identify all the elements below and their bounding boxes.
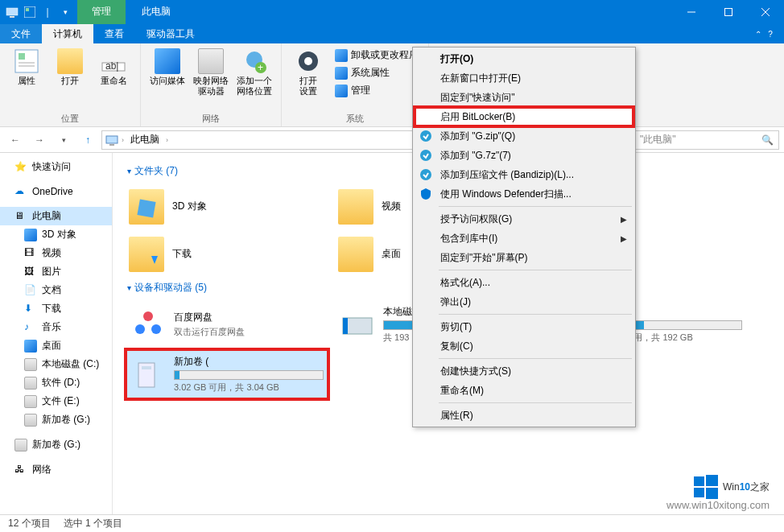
nav-pane[interactable]: ⭐快速访问 ☁OneDrive 🖥此电脑 3D 对象 🎞视频 🖼图片 📄文档 ⬇… xyxy=(0,153,113,532)
svg-text:+: + xyxy=(258,62,263,73)
nav-desktop[interactable]: 桌面 xyxy=(0,336,112,355)
svg-rect-21 xyxy=(137,199,155,217)
picture-icon: 🖼 xyxy=(24,266,37,278)
ctx-add-gzip[interactable]: 添加到 "G.zip"(Q) xyxy=(415,126,633,146)
tab-view[interactable]: 查看 xyxy=(93,24,135,43)
ctx-grant-access[interactable]: 授予访问权限(G)▶ xyxy=(415,209,633,229)
minimize-button[interactable] xyxy=(673,0,710,24)
qat-dropdown-icon[interactable]: ▾ xyxy=(58,5,72,19)
ctx-create-shortcut[interactable]: 创建快捷方式(S) xyxy=(415,361,633,381)
properties-button[interactable]: 属性 xyxy=(6,47,47,111)
system-properties-button[interactable]: 系统属性 xyxy=(332,64,422,81)
document-icon: 📄 xyxy=(24,284,37,297)
nav-drive-d[interactable]: 软件 (D:) xyxy=(0,373,112,392)
ctx-separator xyxy=(439,314,632,315)
nav-videos[interactable]: 🎞视频 xyxy=(0,244,112,262)
rename-button[interactable]: ab|重命名 xyxy=(93,47,134,111)
up-button[interactable]: ↑ xyxy=(77,130,98,151)
folder-3dobjects[interactable]: 3D 对象 xyxy=(127,184,320,229)
ctx-properties[interactable]: 属性(R) xyxy=(415,406,633,425)
nav-pictures[interactable]: 🖼图片 xyxy=(0,262,112,281)
recent-locations-button[interactable]: ▾ xyxy=(53,130,74,151)
svg-point-22 xyxy=(143,311,153,321)
nav-downloads[interactable]: ⬇下载 xyxy=(0,299,112,318)
tab-file[interactable]: 文件 xyxy=(0,24,42,43)
window-title: 此电脑 xyxy=(126,0,187,24)
add-network-location-button[interactable]: +添加一个 网络位置 xyxy=(234,47,274,111)
drive-icon xyxy=(14,439,27,452)
svg-rect-32 xyxy=(694,476,704,486)
drive-icon xyxy=(130,357,166,392)
nav-thispc[interactable]: 🖥此电脑 xyxy=(0,207,112,225)
ribbon-tabs: 文件 计算机 查看 驱动器工具 ⌃ ? xyxy=(0,24,784,43)
back-button[interactable]: ← xyxy=(5,130,26,151)
help-icon[interactable]: ? xyxy=(765,28,776,39)
nav-music[interactable]: ♪音乐 xyxy=(0,318,112,336)
ctx-cut[interactable]: 剪切(T) xyxy=(415,317,633,336)
watermark: Win10之家 www.win10xitong.com xyxy=(666,475,770,511)
nav-quick-access[interactable]: ⭐快速访问 xyxy=(0,158,112,176)
ctx-eject[interactable]: 弹出(J) xyxy=(415,292,633,311)
ctx-include-library[interactable]: 包含到库中(I)▶ xyxy=(415,229,633,248)
nav-3dobjects[interactable]: 3D 对象 xyxy=(0,225,112,244)
ctx-open[interactable]: 打开(O) xyxy=(415,49,633,68)
svg-rect-35 xyxy=(706,488,718,499)
cube-icon xyxy=(24,229,37,241)
nav-documents[interactable]: 📄文档 xyxy=(0,281,112,299)
folder-icon xyxy=(129,189,164,225)
nav-network[interactable]: 🖧网络 xyxy=(0,460,112,479)
ctx-pin-start[interactable]: 固定到"开始"屏幕(P) xyxy=(415,248,633,267)
ctx-copy[interactable]: 复制(C) xyxy=(415,336,633,356)
ctx-add-g7z[interactable]: 添加到 "G.7z"(7) xyxy=(415,146,633,165)
open-button[interactable]: 打开 xyxy=(50,47,90,111)
maximize-button[interactable] xyxy=(710,0,747,24)
search-input[interactable]: "此电脑" 🔍 xyxy=(634,130,779,150)
ctx-format[interactable]: 格式化(A)... xyxy=(415,273,633,292)
drive-icon xyxy=(24,377,37,390)
ctx-add-bandizip[interactable]: 添加到压缩文件 (Bandizip)(L)... xyxy=(415,165,633,184)
bandizip-icon xyxy=(419,130,432,142)
ctx-pin-quick-access[interactable]: 固定到"快速访问" xyxy=(415,88,633,107)
folder-downloads[interactable]: 下载 xyxy=(127,232,320,276)
windows-logo-icon xyxy=(694,475,718,499)
nav-onedrive[interactable]: ☁OneDrive xyxy=(0,183,112,200)
svg-point-29 xyxy=(420,130,431,142)
ribbon-group-network: 访问媒体 映射网络 驱动器 +添加一个 网络位置 网络 xyxy=(141,43,282,126)
crumb-thispc[interactable]: 此电脑 xyxy=(127,133,163,146)
ctx-defender-scan[interactable]: 使用 Windows Defender扫描... xyxy=(415,184,633,204)
open-settings-button[interactable]: 打开 设置 xyxy=(288,47,328,111)
pc-icon xyxy=(105,134,118,146)
drive-baidu[interactable]: 百度网盘双击运行百度网盘 xyxy=(127,301,327,348)
map-drive-button[interactable]: 映射网络 驱动器 xyxy=(191,47,231,111)
manage-button[interactable]: 管理 xyxy=(332,82,422,99)
nav-drive-g[interactable]: 新加卷 (G:) xyxy=(0,410,112,429)
address-bar: ← → ▾ ↑ › 此电脑 › "此电脑" 🔍 xyxy=(0,127,784,153)
contextual-tab-manage[interactable]: 管理 xyxy=(77,0,126,24)
svg-rect-26 xyxy=(343,318,348,334)
video-icon: 🎞 xyxy=(24,247,37,260)
properties-icon[interactable] xyxy=(23,5,37,19)
ctx-open-new-window[interactable]: 在新窗口中打开(E) xyxy=(415,68,633,88)
tab-computer[interactable]: 计算机 xyxy=(42,24,93,43)
bandizip-icon xyxy=(419,168,432,181)
close-button[interactable] xyxy=(747,0,784,24)
search-placeholder: "此电脑" xyxy=(640,133,761,146)
access-media-button[interactable]: 访问媒体 xyxy=(147,47,188,111)
svg-rect-34 xyxy=(694,488,704,497)
ctx-rename[interactable]: 重命名(M) xyxy=(415,381,633,400)
ctx-enable-bitlocker[interactable]: 启用 BitLocker(B) xyxy=(415,107,633,126)
bandizip-icon xyxy=(419,149,432,162)
forward-button[interactable]: → xyxy=(29,130,50,151)
nav-drive-c[interactable]: 本地磁盘 (C:) xyxy=(0,355,112,373)
ribbon-collapse-icon[interactable]: ⌃ xyxy=(755,30,761,39)
svg-rect-5 xyxy=(725,9,732,16)
drive-g[interactable]: 新加卷 (3.02 GB 可用，共 3.04 GB xyxy=(127,351,327,398)
tab-drive-tools[interactable]: 驱动器工具 xyxy=(135,24,206,43)
context-menu: 打开(O) 在新窗口中打开(E) 固定到"快速访问" 启用 BitLocker(… xyxy=(412,47,636,427)
nav-drive-e[interactable]: 文件 (E:) xyxy=(0,392,112,410)
nav-drive-g2[interactable]: 新加卷 (G:) xyxy=(0,435,112,454)
uninstall-button[interactable]: 卸载或更改程序 xyxy=(332,47,422,64)
drive-icon xyxy=(24,358,37,371)
svg-point-23 xyxy=(135,324,145,334)
cloud-icon: ☁ xyxy=(14,185,27,198)
